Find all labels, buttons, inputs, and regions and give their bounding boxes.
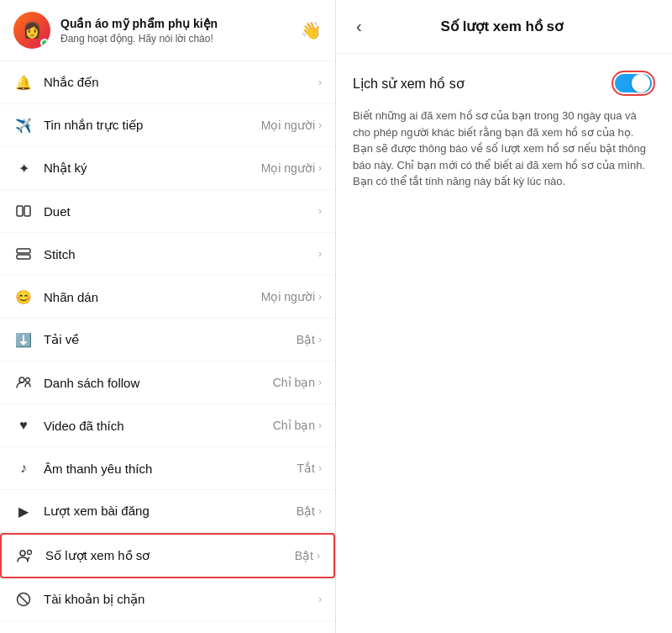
svg-rect-0 <box>17 206 23 216</box>
chevron-icon: › <box>318 291 322 303</box>
download-icon: ⬇️ <box>13 330 34 350</box>
chevron-icon: › <box>318 419 322 431</box>
svg-point-6 <box>20 551 25 556</box>
menu-item-danh-sach[interactable]: Danh sách follow Chỉ bạn › <box>0 361 335 404</box>
stitch-icon <box>13 244 34 264</box>
menu-value-luot-xem: Bật <box>297 504 315 518</box>
menu-item-nhac-den[interactable]: 🔔 Nhắc đến › <box>0 61 335 104</box>
profile-card[interactable]: 👩 Quần áo mỹ phẩm phụ kiện Đang hoạt độn… <box>0 0 335 61</box>
right-header: ‹ Số lượt xem hồ sơ <box>336 0 672 54</box>
menu-label-am-thanh: Âm thanh yêu thích <box>44 462 297 476</box>
wave-emoji: 👋 <box>301 20 322 40</box>
profile-name: Quần áo mỹ phẩm phụ kiện <box>60 16 301 31</box>
profile-views-icon <box>15 546 35 566</box>
setting-row: Lịch sử xem hồ sơ <box>353 71 655 96</box>
menu-label-so-luot-xem: Số lượt xem hồ sơ <box>45 548 295 563</box>
chevron-icon: › <box>318 76 322 88</box>
menu-list: 🔔 Nhắc đến › ✈️ Tin nhắn trực tiếp Mọi n… <box>0 61 335 621</box>
message-icon: ✈️ <box>13 115 34 135</box>
block-icon <box>13 589 34 609</box>
back-button[interactable]: ‹ <box>353 13 365 40</box>
menu-label-danh-sach: Danh sách follow <box>44 376 273 390</box>
menu-label-luot-xem: Lượt xem bài đăng <box>44 504 297 519</box>
bell-icon: 🔔 <box>13 72 34 92</box>
menu-item-luot-xem[interactable]: ▶ Lượt xem bài đăng Bật › <box>0 490 335 533</box>
chevron-icon: › <box>318 377 322 388</box>
chevron-icon: › <box>318 505 322 517</box>
setting-description: Biết những ai đã xem hồ sơ của bạn trong… <box>353 108 655 190</box>
music-icon: ♪ <box>13 458 34 478</box>
menu-value-danh-sach: Chỉ bạn <box>273 376 315 389</box>
chevron-icon: › <box>318 334 322 346</box>
menu-item-nhan-dan[interactable]: 😊 Nhãn dán Mọi người › <box>0 276 335 319</box>
chevron-icon: › <box>318 119 322 131</box>
menu-item-tai-khoan[interactable]: Tài khoản bị chặn › <box>0 578 335 621</box>
right-panel: ‹ Số lượt xem hồ sơ Lịch sử xem hồ sơ Bi… <box>336 0 672 633</box>
menu-label-nhac-den: Nhắc đến <box>44 75 318 90</box>
menu-label-tin-nhan: Tin nhắn trực tiếp <box>44 118 261 133</box>
avatar: 👩 <box>13 12 50 49</box>
diary-icon: ✦ <box>13 158 34 178</box>
svg-rect-1 <box>24 206 30 216</box>
sticker-icon: 😊 <box>13 287 34 307</box>
setting-label: Lịch sử xem hồ sơ <box>353 76 465 92</box>
right-content: Lịch sử xem hồ sơ Biết những ai đã xem h… <box>336 54 672 633</box>
menu-value-am-thanh: Tắt <box>297 462 315 475</box>
chevron-icon: › <box>318 205 322 217</box>
play-icon: ▶ <box>13 501 34 521</box>
toggle-thumb <box>632 74 650 92</box>
online-indicator <box>40 39 49 47</box>
menu-value-so-luot-xem: Bật <box>295 549 313 562</box>
menu-item-so-luot-xem[interactable]: Số lượt xem hồ sơ Bật › <box>0 533 335 578</box>
duet-icon <box>13 201 34 221</box>
menu-item-am-thanh[interactable]: ♪ Âm thanh yêu thích Tắt › <box>0 447 335 490</box>
menu-value-tai-ve: Bật <box>297 333 315 346</box>
chevron-icon: › <box>318 162 322 174</box>
menu-value-nhat-ky: Mọi người <box>261 161 315 175</box>
svg-rect-3 <box>17 255 30 259</box>
menu-label-nhan-dan: Nhãn dán <box>44 290 261 304</box>
profile-info: Quần áo mỹ phẩm phụ kiện Đang hoạt động.… <box>60 16 301 45</box>
menu-label-tai-ve: Tải về <box>44 332 297 347</box>
svg-rect-2 <box>17 249 30 253</box>
chevron-icon: › <box>318 462 322 474</box>
profile-status: Đang hoạt động. Hãy nói lời chào! <box>60 33 301 45</box>
svg-point-7 <box>28 551 32 555</box>
toggle-switch[interactable] <box>612 71 655 96</box>
menu-label-nhat-ky: Nhật ký <box>44 161 261 176</box>
right-panel-title: Số lượt xem hồ sơ <box>375 18 628 35</box>
toggle-track <box>615 74 652 92</box>
menu-label-video-thich: Video đã thích <box>44 419 273 433</box>
menu-item-video-thich[interactable]: ♥ Video đã thích Chỉ bạn › <box>0 404 335 447</box>
menu-value-video-thich: Chỉ bạn <box>273 419 315 432</box>
svg-point-4 <box>19 377 24 382</box>
menu-label-tai-khoan: Tài khoản bị chặn <box>44 592 318 607</box>
menu-item-tai-ve[interactable]: ⬇️ Tải về Bật › <box>0 319 335 361</box>
svg-point-5 <box>26 378 30 382</box>
menu-item-duet[interactable]: Duet › <box>0 190 335 233</box>
menu-item-tin-nhan[interactable]: ✈️ Tin nhắn trực tiếp Mọi người › <box>0 104 335 147</box>
chevron-icon: › <box>317 550 320 562</box>
menu-value-nhan-dan: Mọi người <box>261 290 315 303</box>
heart-icon: ♥ <box>13 415 34 435</box>
chevron-icon: › <box>318 593 322 605</box>
follow-icon <box>13 372 34 393</box>
menu-label-duet: Duet <box>44 204 318 219</box>
menu-item-stitch[interactable]: Stitch › <box>0 233 335 276</box>
menu-item-nhat-ky[interactable]: ✦ Nhật ký Mọi người › <box>0 147 335 190</box>
chevron-icon: › <box>318 248 322 260</box>
left-panel: 👩 Quần áo mỹ phẩm phụ kiện Đang hoạt độn… <box>0 0 336 633</box>
menu-label-stitch: Stitch <box>44 247 318 261</box>
menu-value-tin-nhan: Mọi người <box>261 119 315 132</box>
